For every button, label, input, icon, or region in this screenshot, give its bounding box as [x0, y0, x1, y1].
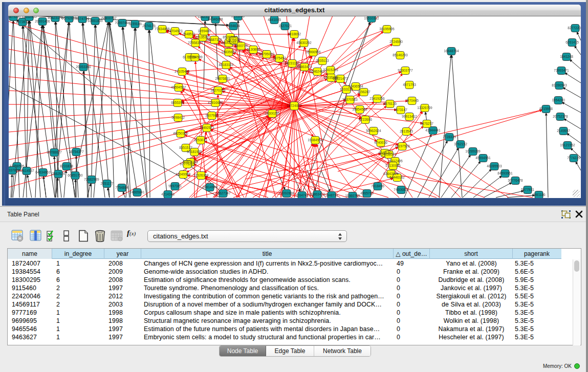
svg-text:68800797: 68800797	[101, 16, 117, 20]
svg-text:30776478: 30776478	[508, 179, 523, 182]
svg-text:11980765: 11980765	[345, 194, 360, 198]
svg-text:1981186: 1981186	[532, 193, 546, 196]
svg-text:3970445: 3970445	[405, 99, 419, 102]
svg-text:1059486: 1059486	[198, 29, 211, 33]
svg-text:48285503: 48285503	[487, 164, 502, 168]
svg-text:8351517: 8351517	[179, 146, 192, 149]
svg-text:50181935: 50181935	[187, 150, 202, 154]
svg-text:1527021: 1527021	[278, 24, 292, 28]
svg-text:4694634: 4694634	[227, 24, 240, 28]
svg-text:19510312: 19510312	[364, 16, 379, 20]
svg-text:10289289: 10289289	[465, 149, 481, 153]
svg-text:11049999: 11049999	[176, 172, 191, 176]
svg-text:3253031: 3253031	[194, 138, 207, 142]
svg-text:20053346: 20053346	[76, 65, 91, 69]
svg-text:42614537: 42614537	[19, 169, 34, 172]
svg-text:19317495: 19317495	[387, 159, 403, 163]
svg-text:4971793: 4971793	[403, 83, 416, 86]
svg-text:7818496: 7818496	[371, 184, 384, 188]
svg-text:2935113: 2935113	[316, 59, 329, 62]
svg-text:5159166: 5159166	[128, 22, 142, 26]
svg-text:81286543: 81286543	[552, 83, 567, 87]
svg-text:50962024: 50962024	[366, 129, 381, 133]
svg-text:72682989: 72682989	[84, 178, 99, 181]
svg-text:34627347: 34627347	[215, 191, 231, 195]
svg-text:2813543: 2813543	[400, 129, 413, 133]
svg-text:99788677: 99788677	[47, 150, 62, 154]
svg-text:45630292: 45630292	[296, 41, 312, 45]
svg-text:2191066: 2191066	[231, 16, 245, 18]
svg-text:4965789: 4965789	[360, 191, 374, 195]
svg-text:63551839: 63551839	[88, 19, 103, 23]
svg-text:9997381: 9997381	[168, 184, 182, 188]
svg-text:32162965: 32162965	[21, 16, 37, 18]
svg-text:2375453: 2375453	[273, 56, 286, 60]
svg-text:2548511: 2548511	[182, 32, 195, 36]
svg-text:63643924: 63643924	[383, 172, 399, 176]
svg-text:38754377: 38754377	[69, 150, 84, 154]
svg-text:2264748: 2264748	[295, 193, 309, 197]
svg-text:1954280: 1954280	[552, 98, 565, 102]
svg-text:97775215: 97775215	[180, 162, 195, 166]
svg-text:2149597: 2149597	[557, 129, 570, 133]
svg-text:63121477: 63121477	[333, 77, 348, 80]
svg-text:88183110: 88183110	[219, 63, 234, 67]
svg-text:19300295: 19300295	[265, 112, 280, 115]
svg-text:26879290: 26879290	[9, 16, 21, 18]
svg-text:2876932: 2876932	[227, 38, 241, 42]
svg-text:38195995: 38195995	[379, 27, 395, 31]
svg-text:64634663: 64634663	[35, 170, 51, 174]
svg-text:8722606: 8722606	[359, 118, 372, 121]
svg-text:37415205: 37415205	[323, 68, 338, 72]
svg-text:6573147: 6573147	[394, 108, 407, 112]
svg-text:5130808: 5130808	[247, 48, 260, 51]
svg-text:48250360: 48250360	[173, 132, 188, 135]
svg-text:15354599: 15354599	[187, 55, 203, 59]
svg-text:27558317: 27558317	[188, 41, 203, 45]
svg-text:19384554: 19384554	[308, 138, 323, 142]
svg-text:6261415: 6261415	[565, 40, 579, 44]
svg-text:89795010: 89795010	[259, 52, 274, 56]
svg-text:98231132: 98231132	[285, 61, 300, 65]
svg-text:47816686: 47816686	[208, 101, 223, 104]
svg-text:8215958: 8215958	[539, 107, 553, 111]
svg-text:6033115: 6033115	[340, 87, 353, 91]
svg-text:52436584: 52436584	[348, 84, 363, 88]
svg-text:5977931: 5977931	[521, 188, 534, 191]
svg-text:3607983: 3607983	[205, 114, 219, 117]
svg-text:13326769: 13326769	[417, 106, 432, 110]
svg-text:54446182: 54446182	[389, 176, 405, 179]
svg-text:1156287: 1156287	[357, 90, 371, 94]
svg-text:2818692: 2818692	[288, 32, 301, 36]
svg-text:2582524: 2582524	[52, 172, 65, 176]
svg-text:4214348: 4214348	[161, 192, 175, 196]
svg-text:15197528: 15197528	[395, 144, 410, 148]
svg-text:6855396: 6855396	[171, 101, 184, 104]
svg-text:37326368: 37326368	[193, 173, 209, 177]
svg-text:84593961: 84593961	[497, 171, 513, 175]
svg-text:27105448: 27105448	[175, 70, 190, 73]
svg-text:1841248: 1841248	[560, 55, 573, 58]
svg-text:54058573: 54058573	[381, 152, 397, 156]
svg-text:43704923: 43704923	[167, 29, 183, 33]
svg-text:23419256: 23419256	[369, 97, 385, 100]
svg-text:73993471: 73993471	[554, 69, 569, 72]
svg-text:93370583: 93370583	[342, 98, 358, 101]
svg-text:24665841: 24665841	[129, 190, 145, 194]
svg-text:31687165: 31687165	[207, 38, 222, 41]
svg-text:7728339: 7728339	[443, 135, 456, 139]
svg-text:3762152: 3762152	[454, 142, 467, 146]
svg-text:39854548: 39854548	[352, 107, 367, 111]
svg-text:20691406: 20691406	[35, 19, 50, 23]
svg-text:85146293: 85146293	[393, 53, 408, 57]
svg-text:5098412: 5098412	[171, 116, 185, 119]
svg-text:4841005: 4841005	[268, 18, 281, 21]
svg-text:38270233: 38270233	[210, 89, 226, 92]
svg-text:18724007: 18724007	[287, 104, 302, 107]
svg-text:45594951: 45594951	[475, 156, 491, 160]
svg-text:16648764: 16648764	[444, 49, 459, 53]
svg-text:7774229: 7774229	[567, 156, 580, 160]
svg-text:74606833: 74606833	[394, 188, 409, 191]
svg-text:25492573: 25492573	[199, 126, 214, 129]
svg-text:2651177: 2651177	[100, 182, 114, 185]
